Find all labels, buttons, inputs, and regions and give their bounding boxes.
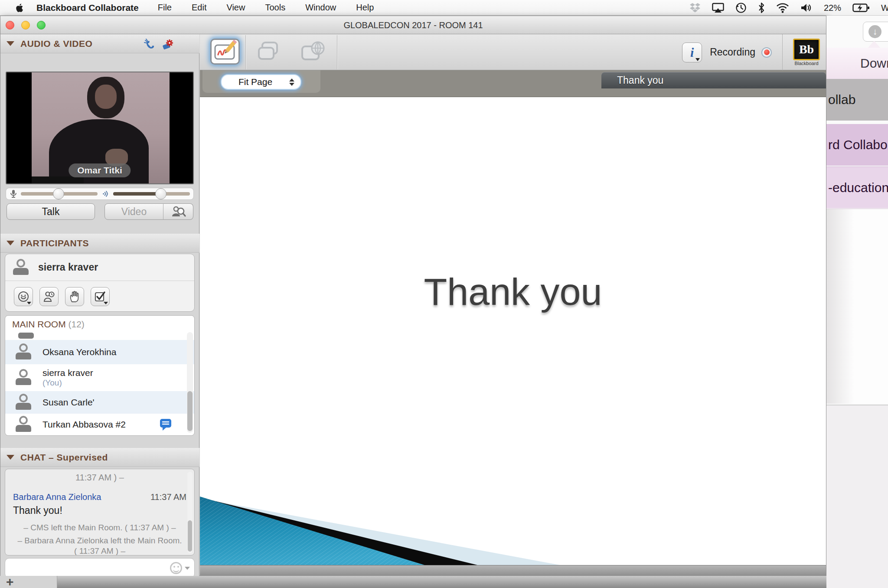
download-item-row[interactable]: -education-1 (826, 167, 888, 208)
downloads-heading-text: Downlo (860, 56, 888, 71)
person-icon (16, 343, 31, 361)
chat-scrollbar[interactable] (187, 472, 193, 553)
menu-help[interactable]: Help (356, 3, 374, 13)
chat-message-author[interactable]: Barbara Anna Zielonka (13, 492, 101, 502)
collapse-triangle-icon[interactable] (7, 41, 14, 46)
time-machine-icon[interactable] (735, 2, 747, 13)
add-tab[interactable]: + (0, 576, 57, 588)
volume-icon[interactable] (800, 3, 813, 13)
raise-hand-button[interactable] (65, 287, 84, 306)
whiteboard-canvas[interactable]: Thank you (200, 97, 826, 565)
participant-name: Oksana Yerokhina (42, 347, 116, 357)
participant-name: Turkan Abbasova #2 (42, 419, 126, 430)
chat-header[interactable]: CHAT – Supervised (0, 448, 199, 467)
main-room-header: MAIN ROOM (12) (5, 316, 194, 331)
participant-row-partial[interactable] (5, 331, 194, 340)
video-preview[interactable]: Omar Titki (6, 72, 194, 184)
microphone-icon (10, 189, 17, 198)
menu-items: File Edit View Tools Window Help (158, 3, 374, 13)
background-window-body (826, 209, 888, 404)
microphone-slider-thumb[interactable] (53, 188, 64, 199)
chat-emoticon-icon[interactable] (170, 562, 182, 574)
webcam-person-face (95, 85, 117, 109)
battery-percentage[interactable]: 22% (824, 3, 841, 13)
participant-row[interactable]: Turkan Abbasova #2 (5, 414, 194, 435)
menu-bar-clipped-item[interactable]: W (881, 3, 888, 13)
telephony-icon[interactable] (144, 39, 156, 50)
video-speaker-name: Omar Titki (69, 163, 131, 177)
battery-charging-icon[interactable] (852, 3, 870, 13)
window-title-bar[interactable]: GLOBALEDCON 2017 - ROOM 141 (0, 16, 826, 34)
menu-file[interactable]: File (158, 3, 172, 13)
chat-input[interactable] (5, 558, 195, 578)
participant-row[interactable]: Oksana Yerokhina (5, 340, 194, 364)
info-icon: i (690, 45, 694, 60)
wifi-icon[interactable] (776, 3, 789, 13)
download-item-name: ollab (828, 92, 855, 107)
chat-emoticon-dropdown-icon[interactable] (185, 567, 190, 570)
menu-view[interactable]: View (226, 3, 245, 13)
participant-scrollbar-thumb[interactable] (187, 391, 193, 431)
web-tour-mode-button[interactable] (299, 39, 328, 65)
download-item-row[interactable]: ollab (826, 79, 888, 121)
blackboard-logo: Bb (793, 39, 820, 60)
collapse-triangle-icon[interactable] (7, 455, 14, 460)
person-clock-icon (43, 291, 55, 302)
dropbox-icon[interactable] (689, 3, 701, 13)
current-page-tab[interactable]: Thank you (601, 72, 826, 88)
bluetooth-icon[interactable] (758, 2, 765, 13)
content-toolbar: i Recording Bb Blackboard (200, 34, 826, 70)
app-menu-title[interactable]: Blackboard Collaborate (36, 3, 139, 13)
download-item-name: rd Collabora (828, 137, 888, 152)
download-item-row[interactable]: rd Collabora (826, 124, 888, 166)
participant-name: sierra kraver (42, 368, 93, 378)
whiteboard-mode-button[interactable] (210, 39, 240, 65)
audio-video-header[interactable]: AUDIO & VIDEO (0, 34, 199, 53)
page-zoom-select[interactable]: Fit Page (221, 74, 301, 90)
participant-row[interactable]: sierra kraver (You) (5, 364, 194, 391)
minimize-button[interactable] (21, 21, 30, 29)
participant-row[interactable]: Susan Carle' (5, 391, 194, 414)
window-title: GLOBALEDCON 2017 - ROOM 141 (0, 16, 826, 34)
download-arrow-icon: ↓ (868, 25, 881, 38)
participant-name: Susan Carle' (42, 397, 95, 408)
download-item-name: -education-1 (828, 180, 888, 195)
close-button[interactable] (6, 21, 14, 29)
video-preview-button[interactable] (163, 203, 193, 220)
participant-scrollbar[interactable] (187, 332, 193, 433)
emoticon-button[interactable] (14, 287, 33, 306)
recording-group: i Recording Bb Blackboard (682, 34, 820, 70)
audio-settings-gear-icon[interactable] (162, 38, 175, 50)
menu-edit[interactable]: Edit (192, 3, 206, 13)
talk-button[interactable]: Talk (7, 203, 95, 220)
step-away-button[interactable] (39, 287, 59, 306)
participants-header[interactable]: PARTICIPANTS (0, 234, 199, 253)
speaker-slider-thumb[interactable] (155, 188, 166, 199)
apple-menu-icon[interactable] (15, 3, 25, 13)
current-page-title: Thank you (617, 75, 663, 86)
person-icon (16, 394, 31, 411)
session-info-button[interactable]: i (682, 42, 702, 62)
airplay-icon[interactable] (712, 3, 724, 13)
video-button[interactable]: Video (104, 203, 163, 220)
person-icon-partial (18, 333, 34, 339)
browser-downloads-button[interactable]: ↓ (863, 22, 888, 42)
collapse-triangle-icon[interactable] (7, 241, 14, 245)
self-participant-box: sierra kraver (5, 254, 195, 312)
menu-window[interactable]: Window (305, 3, 336, 13)
chat-message-text: Thank you! (5, 505, 194, 516)
participants-title: PARTICIPANTS (20, 238, 89, 248)
toolbar-separator (337, 35, 337, 69)
chat-scrollbar-thumb[interactable] (188, 520, 192, 552)
main-room-count: (12) (69, 319, 85, 329)
polling-button[interactable] (91, 287, 110, 306)
smiley-icon (18, 291, 29, 302)
speaker-slider[interactable] (113, 192, 190, 196)
zoom-button[interactable] (37, 21, 46, 29)
self-participant-row[interactable]: sierra kraver (5, 254, 194, 281)
application-sharing-mode-button[interactable] (254, 39, 283, 65)
menu-tools[interactable]: Tools (265, 3, 285, 13)
recording-indicator-icon (761, 47, 772, 58)
microphone-slider[interactable] (21, 192, 98, 196)
bottom-bar: + (0, 576, 826, 588)
